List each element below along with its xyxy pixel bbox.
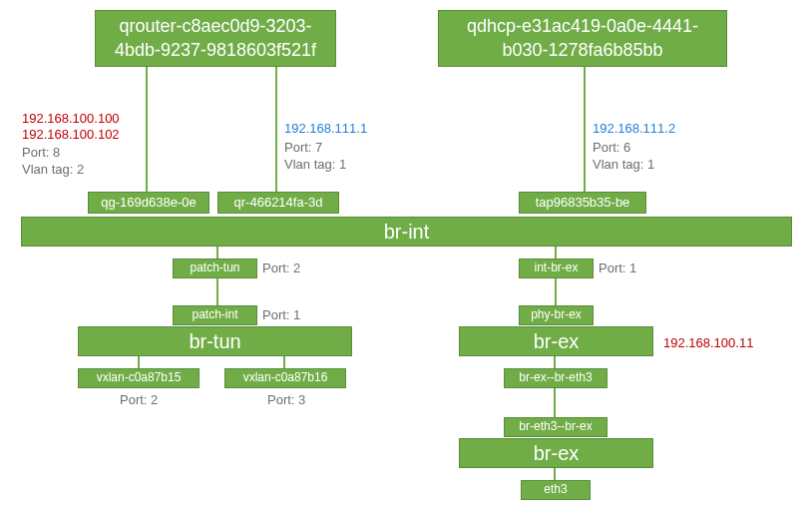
connector-lines <box>0 0 812 516</box>
br-ex-bridge: br-ex <box>459 326 653 356</box>
tap-interface: tap96835b35-be <box>519 192 646 214</box>
patch-int-port: Port: 1 <box>262 307 300 322</box>
qg-ip-1: 192.168.100.100 <box>22 111 120 126</box>
br-ex-br-eth3: br-ex--br-eth3 <box>504 368 608 388</box>
br-int-bridge: br-int <box>21 217 792 247</box>
tap-port: Port: 6 <box>593 140 630 155</box>
int-br-ex: int-br-ex <box>519 258 594 278</box>
br-eth3-br-ex: br-eth3--br-ex <box>504 417 608 437</box>
qg-interface: qg-169d638e-0e <box>88 192 209 214</box>
tap-vlan: Vlan tag: 1 <box>593 157 654 172</box>
qr-interface: qr-466214fa-3d <box>217 192 339 214</box>
patch-int: patch-int <box>173 305 257 325</box>
qg-ip-2: 192.168.100.102 <box>22 127 120 142</box>
qr-port: Port: 7 <box>284 140 322 155</box>
patch-tun: patch-tun <box>173 258 257 278</box>
vxlan-2: vxlan-c0a87b16 <box>224 368 346 388</box>
br-ex-ip: 192.168.100.11 <box>663 335 753 350</box>
vxlan-1: vxlan-c0a87b15 <box>78 368 200 388</box>
int-br-ex-port: Port: 1 <box>599 260 636 275</box>
qr-ip: 192.168.111.1 <box>284 121 367 136</box>
patch-tun-port: Port: 2 <box>262 260 300 275</box>
eth3-interface: eth3 <box>521 480 591 500</box>
qg-vlan: Vlan tag: 2 <box>22 162 84 177</box>
qr-vlan: Vlan tag: 1 <box>284 157 346 172</box>
qdhcp-namespace: qdhcp-e31ac419-0a0e-4441-b030-1278fa6b85… <box>438 10 727 67</box>
br-ex-bridge-lower: br-ex <box>459 438 653 468</box>
qg-port: Port: 8 <box>22 145 60 160</box>
tap-ip: 192.168.111.2 <box>593 121 675 136</box>
vxlan-1-port: Port: 2 <box>120 392 158 407</box>
phy-br-ex: phy-br-ex <box>519 305 594 325</box>
qrouter-namespace: qrouter-c8aec0d9-3203-4bdb-9237-9818603f… <box>95 10 336 67</box>
vxlan-2-port: Port: 3 <box>267 392 305 407</box>
br-tun-bridge: br-tun <box>78 326 352 356</box>
